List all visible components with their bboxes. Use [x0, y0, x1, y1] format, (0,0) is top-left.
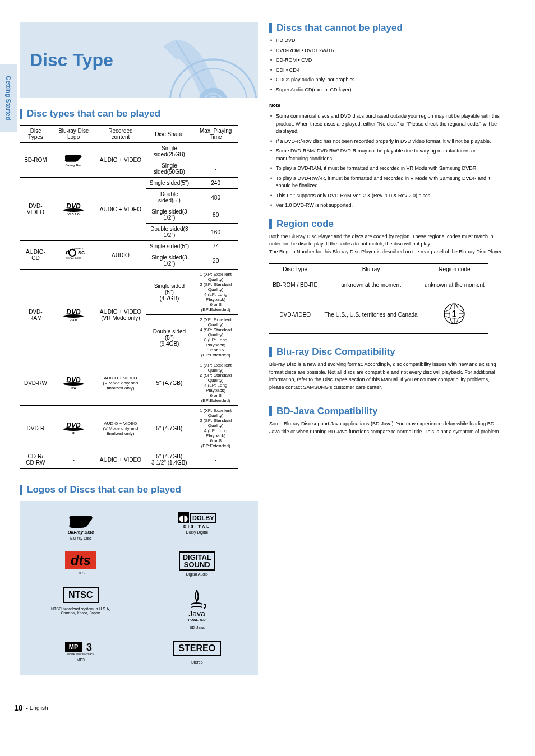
cell-dvd-time4: 160: [193, 224, 238, 241]
rt-c2: unknown at the moment: [321, 275, 421, 295]
cell-dvd-time2: 480: [193, 189, 238, 206]
bdj-text: Some Blu-ray Disc support Java applicati…: [269, 420, 505, 435]
compat-text: Blu-ray Disc is a new and evolving forma…: [269, 361, 505, 391]
bluray-disc-icon: Blu-ray Disc: [61, 512, 100, 535]
cell-bd-time2: -: [193, 160, 238, 178]
th-logo: Blu-ray Disc Logo: [52, 126, 95, 143]
cell-cd-shape1: Single sided(5"): [146, 241, 193, 252]
cell-cdr-shape: 5" (4.7GB) 3 1/2" (1.4GB): [146, 451, 193, 469]
cell-cd-type: AUDIO-CD: [20, 241, 52, 270]
logo-caption: NTSC broadcast system in U.S.A, Canada, …: [48, 607, 114, 615]
footer-label: - English: [26, 705, 48, 711]
cell-r-type: DVD-R: [20, 406, 52, 451]
list-item: To play a DVD-RW/-R, it must be formatte…: [269, 175, 505, 190]
section-title-cannot: Discs that cannot be played: [269, 22, 505, 34]
cell-cdr-logo: -: [52, 451, 95, 469]
logo-caption: BD-Java: [190, 625, 205, 629]
rt-c6: 1: [421, 295, 488, 334]
region-text: Both the Blu-ray Disc Player and the dis…: [269, 233, 505, 256]
rt-c5: The U.S., U.S. territories and Canada: [321, 295, 421, 334]
cell-ram-type: DVD-RAM: [20, 270, 52, 360]
side-tab-label: Getting Started: [0, 64, 17, 132]
disc-types-table: Disc Types Blu-ray Disc Logo Recorded co…: [20, 125, 238, 469]
list-item: CD-ROM • CVD: [269, 57, 505, 64]
svg-point-6: [63, 208, 84, 212]
th-content: Recorded content: [95, 126, 145, 143]
cannot-list: HD DVD DVD-ROM • DVD+RW/+R CD-ROM • CVD …: [269, 37, 505, 94]
dvd-rw-icon: DVD R W: [61, 374, 86, 390]
svg-text:V I D E O: V I D E O: [67, 212, 79, 216]
java-icon: Java POWERED: [183, 587, 211, 624]
cell-ram-shape2: Double sided (5") (9.4GB): [146, 315, 193, 360]
list-item: To play a DVD-RAM, it must be formatted …: [269, 165, 505, 173]
cell-dvd-content: AUDIO + VIDEO: [95, 178, 145, 241]
cell-r-content: AUDIO + VIDEO (V Mode only and finalized…: [95, 406, 145, 451]
disc-graphic: [151, 22, 258, 98]
list-item: CDGs play audio only, not graphics.: [269, 76, 505, 84]
section-title-logos: Logos of Discs that can be played: [20, 484, 258, 495]
rt-c4: DVD-VIDEO: [269, 295, 321, 334]
th-time: Max. Playing Time: [193, 126, 238, 143]
logo-java: Java POWERED BD-Java: [164, 587, 230, 629]
dvd-ram-icon: DVD R A M: [61, 307, 86, 322]
svg-point-20: [63, 428, 84, 431]
section-title-region: Region code: [269, 219, 505, 230]
cell-cdr-type: CD-R/ CD-RW: [20, 451, 52, 469]
cell-dvd-shape1: Single sided(5"): [146, 178, 193, 189]
list-item: CDI • CD-I: [269, 67, 505, 75]
cell-rw-logo: DVD R W: [52, 360, 95, 406]
svg-point-17: [63, 382, 84, 386]
bluray-disc-icon: Blu-ray Disc: [58, 151, 89, 168]
cell-dvd-shape3: Single sided(3 1/2"): [146, 206, 193, 224]
list-item: If a DVD-R/-RW disc has not been recorde…: [269, 138, 505, 146]
svg-text:COMPACT: COMPACT: [72, 247, 84, 250]
cell-cdr-content: AUDIO + VIDEO: [95, 451, 145, 469]
cell-r-logo: DVD R: [52, 406, 95, 451]
cell-rw-shape: 5" (4.7GB): [146, 360, 193, 406]
title-box: Disc Type: [20, 22, 258, 98]
rt-h2: Blu-ray: [321, 264, 421, 275]
svg-point-14: [63, 314, 84, 318]
cannot-notes-list: Some commercial discs and DVD discs purc…: [269, 113, 505, 210]
svg-text:POWERED: POWERED: [188, 618, 206, 622]
rt-c1: BD-ROM / BD-RE: [269, 275, 321, 295]
logos-panel: Blu-ray Disc Blu-ray Disc ◖◗ DOLBY DIGIT…: [20, 501, 258, 675]
list-item: Some DVD-RAM/ DVD-RW/ DVD-R may not be p…: [269, 147, 505, 163]
list-item: Ver 1.0 DVD-RW is not supported.: [269, 202, 505, 210]
cell-dvd-shape4: Double sided(3 1/2"): [146, 224, 193, 241]
section-title-bdj: BD-Java Compatibility: [269, 406, 505, 417]
cell-ram-content: AUDIO + VIDEO (VR Mode only): [95, 270, 145, 360]
logo-ntsc: NTSC NTSC broadcast system in U.S.A, Can…: [48, 587, 114, 629]
region-table: Disc Type Blu-ray Region code BD-ROM / B…: [269, 263, 488, 334]
logo-caption: Blu-ray Disc: [70, 536, 91, 540]
cell-rw-content: AUDIO + VIDEO (V Mode only and finalized…: [95, 360, 145, 406]
list-item: DVD-ROM • DVD+RW/+R: [269, 47, 505, 55]
list-item: Super Audio CD(except CD layer): [269, 86, 505, 94]
cell-cdr-time: -: [193, 451, 238, 469]
cell-ram-shape1: Single sided (5") (4.7GB): [146, 270, 193, 315]
logo-caption: MP3: [77, 658, 85, 662]
svg-text:MP: MP: [69, 643, 79, 650]
svg-text:R A M: R A M: [70, 318, 77, 322]
cell-bd-shape1: Single sided(25GB): [146, 143, 193, 160]
cell-bd-time1: -: [193, 143, 238, 160]
rt-h1: Disc Type: [269, 264, 321, 275]
globe-region-icon: 1: [439, 302, 470, 326]
svg-text:Java: Java: [188, 609, 205, 618]
dvd-r-icon: DVD R: [61, 420, 86, 435]
stereo-box: STEREO: [173, 641, 221, 656]
svg-point-9: [69, 249, 76, 256]
rt-h3: Region code: [421, 264, 488, 275]
svg-text:Blu-ray Disc: Blu-ray Disc: [65, 163, 82, 166]
cell-ram-time1: 1 (XP: Excellent Quality) 2 (SP: Standar…: [193, 270, 238, 315]
cell-bd-shape2: Single sided(50GB): [146, 160, 193, 178]
th-disc-types: Disc Types: [20, 126, 52, 143]
dvd-video-icon: DVD V I D E O: [61, 201, 86, 216]
svg-text:R: R: [72, 432, 75, 435]
cell-dvd-type: DVD-VIDEO: [20, 178, 52, 241]
svg-text:DIGITAL DISC PLAYBACK: DIGITAL DISC PLAYBACK: [67, 653, 94, 656]
list-item: Some commercial discs and DVD discs purc…: [269, 113, 505, 136]
cell-ram-logo: DVD R A M: [52, 270, 95, 360]
cell-dvd-logo: DVD V I D E O: [52, 178, 95, 241]
page-footer: 10 - English: [0, 703, 535, 735]
